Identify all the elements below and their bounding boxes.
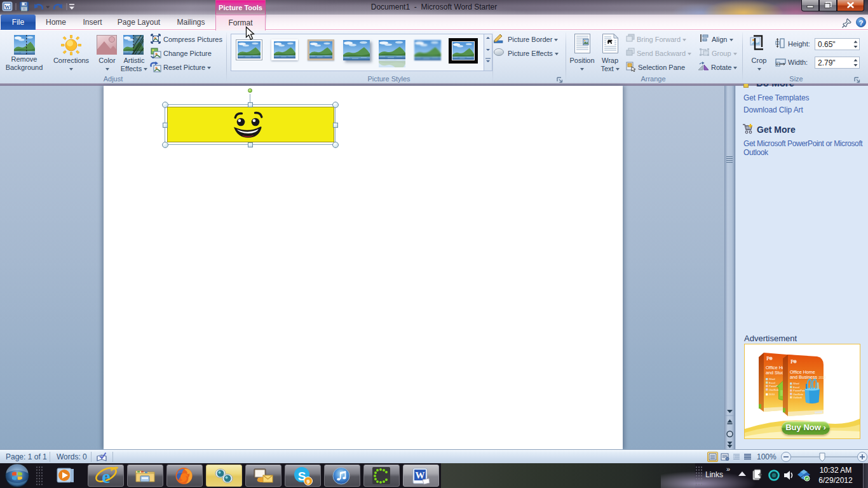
svg-text:OneNote: OneNote [769,388,780,391]
svg-text:Word: Word [793,382,799,385]
svg-text:e: e [102,466,110,486]
svg-text:?: ? [858,19,863,27]
svg-text:Excel: Excel [769,381,775,384]
svg-text:P: P [790,359,794,365]
svg-text:W: W [4,4,10,10]
svg-text:Excel: Excel [793,386,799,389]
svg-text:PowerPoint: PowerPoint [793,389,806,392]
svg-text:P: P [766,356,770,362]
svg-text:Word: Word [769,377,775,381]
svg-text:Outlook: Outlook [793,396,802,399]
svg-text:9: 9 [306,478,309,485]
svg-text:W: W [416,470,425,480]
svg-text:and Business 2010: and Business 2010 [790,374,825,380]
svg-text:2010: 2010 [769,393,775,396]
svg-text:OneNote: OneNote [793,393,804,396]
